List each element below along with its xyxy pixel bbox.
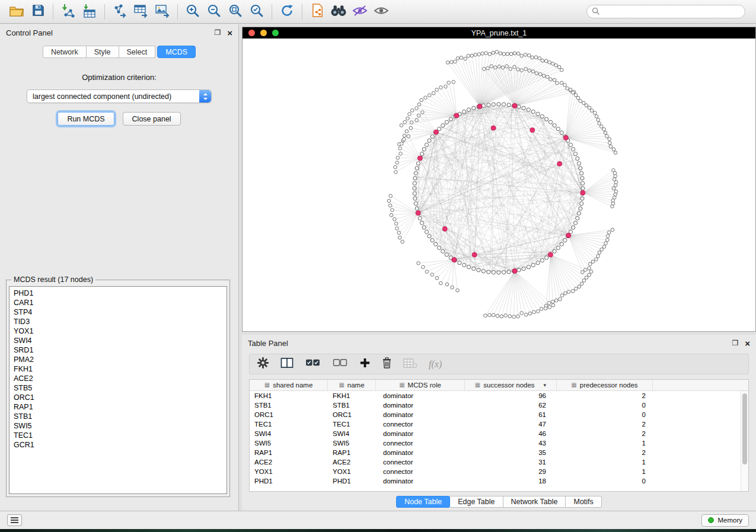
search-input[interactable] [603,8,740,16]
tab-motifs[interactable]: Motifs [566,496,601,508]
mcds-result-item[interactable]: ACE2 [9,374,227,383]
sort-arrow-icon[interactable]: ▾ [544,382,547,388]
columns-icon [280,357,294,371]
dropdown-stepper-icon[interactable] [199,90,211,102]
table-cell: 96 [465,391,557,400]
delete-column-button[interactable] [382,357,392,371]
table-settings-button[interactable] [257,357,269,371]
table-cell: ORC1 [250,410,328,419]
close-window-button[interactable] [248,30,255,36]
table-cell [653,438,748,448]
mcds-result-item[interactable]: TID3 [9,317,227,326]
table-cell [653,410,748,419]
close-panel-icon[interactable]: × [227,28,232,37]
scrollbar-thumb[interactable] [742,393,747,464]
maximize-window-button[interactable] [272,30,279,36]
criterion-dropdown[interactable]: largest connected component (undirected) [27,89,212,103]
status-menu-button[interactable] [7,514,22,526]
mcds-result-item[interactable]: RAP1 [9,402,227,412]
zoom-fit-button[interactable] [225,2,246,21]
float-panel-icon[interactable]: ❐ [214,29,221,36]
table-cell: 0 [557,476,653,486]
preview-button[interactable] [371,2,392,21]
function-builder-button[interactable]: f(x) [429,359,442,370]
table-cell [653,400,748,410]
network-graph[interactable] [243,39,755,331]
mcds-result-item[interactable]: ORC1 [9,393,227,402]
export-image-button[interactable] [152,2,173,21]
column-header-predecessor-nodes[interactable]: ▦predecessor nodes [557,380,653,390]
column-header-shared-name[interactable]: ▦shared name [250,380,328,390]
network-canvas[interactable] [243,39,755,331]
table-row[interactable]: RAP1RAP1dominator352 [250,448,748,457]
export-network-button[interactable] [109,2,130,21]
refresh-layout-button[interactable] [276,2,298,21]
import-network-button[interactable] [58,2,79,21]
mcds-result-item[interactable]: PMA2 [9,355,227,364]
tab-select[interactable]: Select [119,46,156,58]
table-row[interactable]: TEC1TEC1connector472 [250,419,748,429]
table-row[interactable]: STB1STB1dominator620 [250,400,748,410]
table-row[interactable]: ACE2ACE2connector311 [250,457,748,467]
minimize-window-button[interactable] [260,30,267,36]
table-row[interactable]: PHD1PHD1dominator180 [250,476,748,486]
search-network-button[interactable] [328,2,349,21]
mcds-result-item[interactable]: TEC1 [9,431,227,440]
deselect-all-button[interactable] [332,357,348,371]
close-panel-icon[interactable]: × [745,339,750,348]
mcds-result-item[interactable]: FKH1 [9,364,227,374]
mcds-result-item[interactable]: SWI4 [9,336,227,345]
mcds-result-item[interactable]: YOX1 [9,326,227,336]
import-table-button[interactable] [79,2,100,21]
export-table-button[interactable] [130,2,152,21]
table-row[interactable]: YOX1YOX1connector291 [250,467,748,476]
mcds-result-item[interactable]: SWI5 [9,421,227,431]
select-all-button[interactable] [305,357,321,371]
table-row[interactable]: SWI4SWI4dominator462 [250,429,748,438]
zoom-in-button[interactable] [182,2,203,21]
save-session-button[interactable] [27,2,49,21]
table-toolbar: f(x) [249,354,749,374]
tab-edge-table[interactable]: Edge Table [450,496,503,508]
table-row[interactable]: FKH1FKH1dominator962 [250,391,748,400]
tab-style[interactable]: Style [87,46,119,58]
zoom-selected-button[interactable] [246,2,267,21]
share-network-button[interactable] [307,2,328,21]
table-cell: SWI5 [328,438,376,448]
table-scrollbar[interactable] [741,391,748,491]
table-bottom-tabs: Node TableEdge TableNetwork TableMotifs [242,496,756,508]
add-column-button[interactable] [359,357,371,371]
show-columns-button[interactable] [280,357,294,371]
delete-table-button[interactable] [403,358,417,371]
mcds-result-list[interactable]: PHD1CAR1STP4TID3YOX1SWI4SRD1PMA2FKH1ACE2… [9,286,227,494]
control-panel-header: Control Panel ❐ × [0,24,238,41]
memory-button[interactable]: Memory [701,514,749,527]
tab-mcds[interactable]: MCDS [157,46,196,58]
table-cell: SWI4 [328,429,376,438]
mcds-result-item[interactable]: CAR1 [9,298,227,307]
table-cell [653,467,748,476]
mcds-result-item[interactable]: GCR1 [9,440,227,450]
tab-network[interactable]: Network [43,46,87,58]
zoom-out-button[interactable] [203,2,225,21]
float-panel-icon[interactable]: ❐ [732,339,738,347]
open-file-button[interactable] [6,2,27,21]
table-row[interactable]: ORC1ORC1dominator610 [250,410,748,419]
table-row[interactable]: SWI5SWI5connector431 [250,438,748,448]
run-mcds-button[interactable]: Run MCDS [58,112,114,126]
tab-network-table[interactable]: Network Table [503,496,566,508]
tab-node-table[interactable]: Node Table [396,496,450,508]
column-header-successor-nodes[interactable]: ▦successor nodes▾ [465,380,557,390]
network-titlebar[interactable]: YPA_prune.txt_1 [243,27,755,39]
close-panel-button[interactable]: Close panel [123,112,181,126]
mcds-result-item[interactable]: STB5 [9,383,227,393]
select-all-icon [305,357,321,371]
mcds-result-item[interactable]: PHD1 [9,289,227,298]
column-header-name[interactable]: ▦name [328,380,376,390]
mcds-result-item[interactable]: STB1 [9,412,227,421]
hide-elements-button[interactable] [349,2,371,21]
mcds-result-item[interactable]: STP4 [9,307,227,317]
column-header-MCDS-role[interactable]: ▦MCDS role [376,380,465,390]
global-search-field[interactable] [586,5,745,18]
mcds-result-item[interactable]: SRD1 [9,345,227,355]
